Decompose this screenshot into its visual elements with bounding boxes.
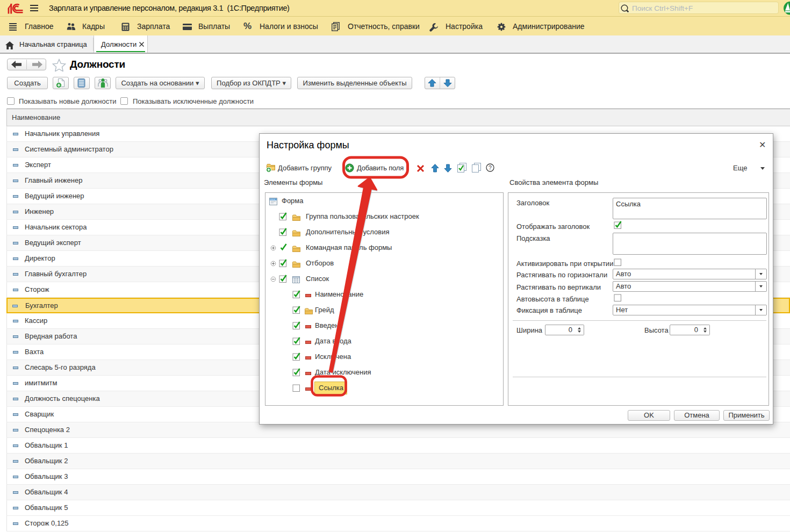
svg-text:?: ? <box>489 164 492 171</box>
